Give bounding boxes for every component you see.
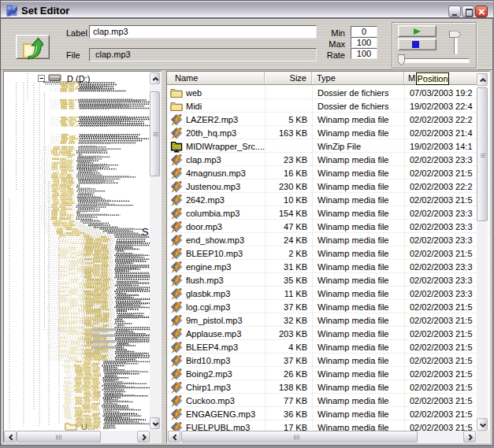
svg-text:S: S bbox=[142, 226, 149, 238]
